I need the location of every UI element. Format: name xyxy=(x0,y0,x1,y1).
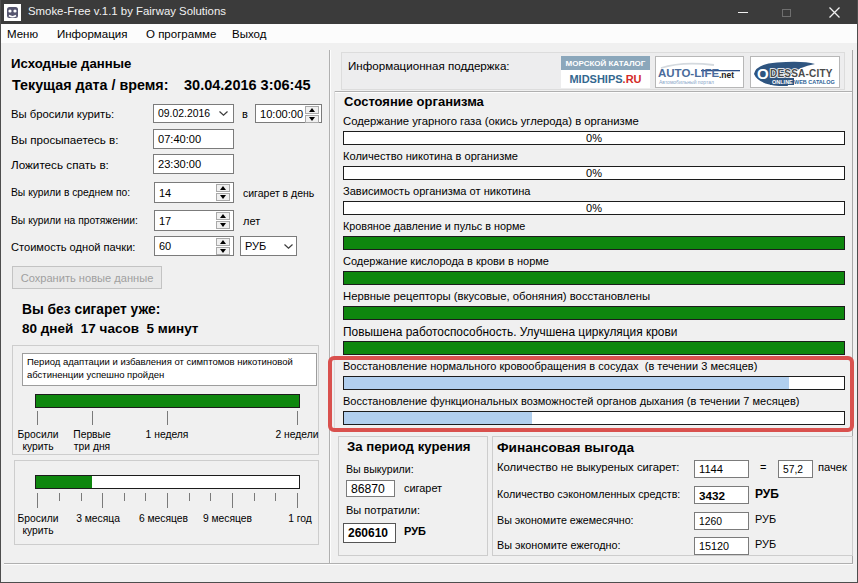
svg-text:Автомобильный портал: Автомобильный портал xyxy=(659,79,714,85)
svg-text:WEB CATALOG: WEB CATALOG xyxy=(794,79,835,85)
svg-text:DESSA-CITY: DESSA-CITY xyxy=(770,68,833,79)
svg-text:.net: .net xyxy=(719,70,734,80)
svg-text:ONLINE: ONLINE xyxy=(772,79,793,85)
svg-text:O: O xyxy=(757,65,769,82)
svg-text:AUTO-LIFE: AUTO-LIFE xyxy=(658,67,719,79)
